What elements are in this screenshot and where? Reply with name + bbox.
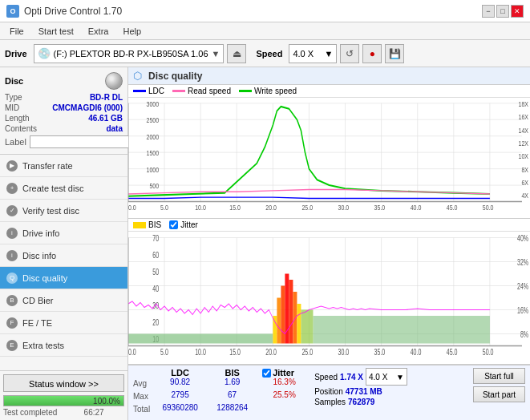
svg-text:2500: 2500 — [146, 115, 159, 124]
bis-stats-header: BIS — [210, 368, 254, 378]
nav-drive-info[interactable]: i Drive info — [0, 222, 127, 244]
menu-start-test[interactable]: Start test — [32, 25, 80, 38]
svg-text:35.0: 35.0 — [374, 348, 386, 357]
ldc-avg: 90.82 — [158, 378, 202, 390]
svg-text:5.0: 5.0 — [160, 203, 168, 212]
app-icon: O — [6, 5, 19, 18]
legend-ldc: LDC — [133, 87, 164, 95]
progress-bar: 100.0% — [3, 395, 124, 406]
nav-disc-quality[interactable]: Q Disc quality — [0, 267, 127, 289]
disc-quality-icon: Q — [6, 273, 18, 284]
speed-stat-select[interactable]: 4.0 X ▼ — [366, 368, 407, 386]
minimize-button[interactable]: − — [482, 5, 495, 18]
disc-type-value: BD-R DL — [90, 93, 123, 102]
chart-title: Disc quality — [148, 71, 202, 82]
menu-extra[interactable]: Extra — [82, 25, 115, 38]
transfer-rate-icon: ▶ — [6, 160, 18, 172]
jitter-stats-checkbox[interactable] — [262, 369, 271, 378]
svg-text:20.0: 20.0 — [265, 348, 277, 357]
nav-disc-quality-label: Disc quality — [22, 273, 67, 283]
svg-text:50: 50 — [152, 268, 159, 277]
app-title: Opti Drive Control 1.70 — [24, 6, 122, 17]
jitter-checkbox-container[interactable]: Jitter — [169, 220, 198, 229]
max-label: Max — [133, 392, 150, 405]
bis-max: 67 — [210, 390, 254, 403]
svg-text:16X: 16X — [519, 112, 529, 121]
nav-transfer-rate[interactable]: ▶ Transfer rate — [0, 155, 127, 177]
drive-icon: 💿 — [38, 47, 51, 59]
disc-length-value: 46.61 GB — [88, 114, 123, 123]
svg-text:35.0: 35.0 — [374, 203, 386, 212]
nav-verify-test-disc[interactable]: ✓ Verify test disc — [0, 200, 127, 222]
status-window-button[interactable]: Status window >> — [3, 374, 124, 392]
refresh-button[interactable]: ↺ — [340, 44, 359, 63]
svg-text:40.0: 40.0 — [411, 203, 422, 212]
bottom-legend: BIS Jitter — [128, 219, 530, 232]
samples-row: Samples 762879 — [314, 398, 407, 406]
drive-value: (F:) PLEXTOR BD-R PX-LB950SA 1.06 — [54, 49, 208, 59]
jitter-total — [262, 403, 306, 416]
progress-text: 100.0% — [93, 396, 120, 407]
svg-text:5.0: 5.0 — [160, 348, 168, 357]
disc-contents-value: data — [106, 124, 123, 133]
disc-length-row: Length 46.61 GB — [5, 114, 123, 123]
bottom-chart-svg: 70 60 50 40 30 20 10 40% 32% 24% 16% 8% — [128, 232, 530, 364]
save-button[interactable]: 💾 — [385, 44, 404, 63]
svg-rect-76 — [281, 286, 285, 344]
status-completed-text: Test completed — [3, 408, 57, 417]
svg-text:70: 70 — [152, 234, 159, 244]
drive-select[interactable]: 💿 (F:) PLEXTOR BD-R PX-LB950SA 1.06 ▼ — [34, 44, 225, 63]
svg-text:15.0: 15.0 — [229, 348, 241, 357]
bottom-chart: 70 60 50 40 30 20 10 40% 32% 24% 16% 8% — [128, 232, 530, 365]
extra-tests-icon: E — [6, 340, 18, 351]
svg-rect-81 — [301, 310, 313, 344]
disc-button[interactable]: ● — [362, 44, 382, 63]
ldc-total: 69360280 — [158, 403, 202, 416]
menu-file[interactable]: File — [3, 25, 30, 38]
speed-row: Speed 1.74 X 4.0 X ▼ — [314, 368, 407, 386]
nav-extra-tests[interactable]: E Extra tests — [0, 334, 127, 357]
close-button[interactable]: ✕ — [511, 5, 524, 18]
jitter-checkbox[interactable] — [169, 220, 178, 229]
disc-label-label: Label — [5, 137, 26, 147]
speed-stat-dropdown-arrow: ▼ — [396, 373, 404, 382]
menu-help[interactable]: Help — [116, 25, 148, 38]
title-bar-left: O Opti Drive Control 1.70 — [6, 5, 122, 18]
speed-select[interactable]: 4.0 X ▼ — [289, 44, 337, 63]
legend-jitter-label: Jitter — [180, 220, 198, 229]
disc-mid-row: MID CMCMAGDI6 (000) — [5, 103, 123, 112]
create-test-disc-icon: + — [6, 183, 18, 194]
svg-text:500: 500 — [149, 181, 159, 190]
nav-disc-info[interactable]: i Disc info — [0, 244, 127, 267]
nav-fe-te-label: FE / TE — [22, 318, 52, 328]
disc-contents-row: Contents data — [5, 124, 123, 133]
nav-create-test-disc[interactable]: + Create test disc — [0, 177, 127, 200]
speed-value: 4.0 X — [293, 49, 314, 59]
svg-text:40: 40 — [152, 285, 159, 294]
speed-label: Speed — [256, 49, 282, 59]
start-full-button[interactable]: Start full — [473, 368, 525, 384]
disc-label-input[interactable] — [30, 135, 136, 148]
nav-cd-bier-label: CD Bier — [22, 296, 54, 305]
svg-text:60: 60 — [152, 251, 159, 260]
disc-length-label: Length — [5, 114, 30, 123]
svg-rect-75 — [277, 298, 281, 344]
nav-fe-te[interactable]: F FE / TE — [0, 312, 127, 334]
jitter-stats-header-row: Jitter — [262, 368, 306, 378]
svg-text:0.0: 0.0 — [128, 348, 136, 357]
ldc-stats-col: LDC 90.82 2795 69360280 — [158, 368, 202, 416]
read-speed-color-swatch — [172, 90, 185, 92]
title-controls: − □ ✕ — [482, 5, 524, 18]
svg-text:20.0: 20.0 — [265, 203, 277, 212]
start-part-button[interactable]: Start part — [473, 386, 525, 402]
position-value: 47731 MB — [346, 387, 382, 396]
eject-button[interactable]: ⏏ — [227, 44, 246, 63]
nav-cd-bier[interactable]: B CD Bier — [0, 289, 127, 312]
svg-text:40%: 40% — [517, 234, 528, 244]
drive-info-icon: i — [6, 228, 18, 239]
maximize-button[interactable]: □ — [496, 5, 509, 18]
svg-text:45.0: 45.0 — [447, 348, 458, 357]
position-label: Position — [314, 387, 343, 396]
legend-bis-label: BIS — [148, 220, 161, 229]
svg-rect-45 — [128, 232, 530, 364]
